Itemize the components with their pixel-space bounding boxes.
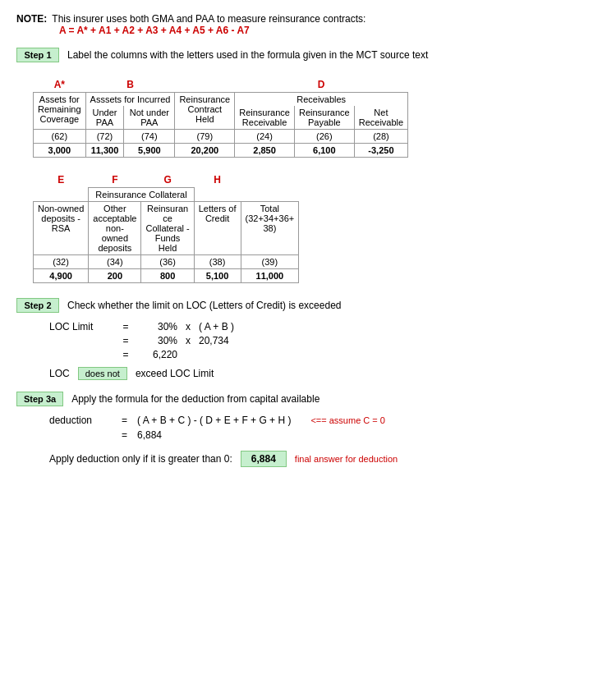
total-header: Total(32+34+36+38) bbox=[241, 202, 299, 255]
a-star-code: (62) bbox=[34, 130, 86, 144]
b1-code: (72) bbox=[85, 130, 124, 144]
d2-value: 6,100 bbox=[294, 144, 354, 158]
loc-row: LOC does not exceed LOC Limit bbox=[49, 367, 600, 380]
step3a-row: Step 3a Apply the formula for the deduct… bbox=[16, 392, 600, 406]
d1-value: 2,850 bbox=[235, 144, 295, 158]
e-code: (32) bbox=[34, 255, 89, 269]
col-h-letter: H bbox=[194, 172, 241, 188]
exceed-text: exceed LOC Limit bbox=[136, 368, 214, 379]
step3a-section: Step 3a Apply the formula for the deduct… bbox=[16, 392, 600, 467]
step1-row: Step 1 Label the columns with the letter… bbox=[16, 48, 600, 62]
does-not-badge: does not bbox=[78, 367, 127, 380]
loc-calc-row3: = 6,220 bbox=[49, 349, 600, 360]
c-value: 20,200 bbox=[175, 144, 235, 158]
group-header-row: Reinsurance Collateral bbox=[34, 188, 299, 202]
h-header: Letters ofCredit bbox=[194, 202, 241, 255]
reinsurance-contract-header: ReinsuranceContractHeld bbox=[175, 93, 235, 130]
f-code: (34) bbox=[89, 255, 141, 269]
col-total-letter bbox=[241, 172, 299, 188]
net-receivable-header: NetReceivable bbox=[354, 106, 407, 130]
reinsurance-payable-header: ReinsurancePayable bbox=[294, 106, 354, 130]
col-g-letter: G bbox=[141, 172, 194, 188]
step3a-text: Apply the formula for the deduction from… bbox=[71, 392, 319, 405]
col-d-letter: D bbox=[235, 77, 408, 93]
receivables-header-merged: Receivables bbox=[235, 93, 408, 107]
col-b-letter: B bbox=[85, 77, 175, 93]
g-value: 800 bbox=[141, 269, 194, 283]
c-code: (79) bbox=[175, 130, 235, 144]
assume-c-note: <== assume C = 0 bbox=[310, 415, 385, 425]
col-a-star-letter: A* bbox=[34, 77, 86, 93]
total-code: (39) bbox=[241, 255, 299, 269]
d3-value: -3,250 bbox=[354, 144, 407, 158]
step1-text: Label the columns with the letters used … bbox=[67, 48, 428, 61]
b2-value: 5,900 bbox=[124, 144, 175, 158]
f-value: 200 bbox=[89, 269, 141, 283]
b-header-merged: Asssets for Incurred bbox=[85, 93, 175, 107]
col-f-letter: F bbox=[89, 172, 141, 188]
code-row-1: (62) (72) (74) (79) (24) (26) (28) bbox=[34, 130, 408, 144]
total-group-empty bbox=[241, 188, 299, 202]
answer-box: 6,884 bbox=[241, 451, 287, 467]
step2-row: Step 2 Check whether the limit on LOC (L… bbox=[16, 298, 600, 313]
letter-row: A* B D bbox=[34, 77, 408, 93]
b1-value: 11,300 bbox=[85, 144, 124, 158]
total-value: 11,000 bbox=[241, 269, 299, 283]
not-under-paa-header: Not underPAA bbox=[124, 106, 175, 130]
note-section: NOTE: This insurer uses both GMA and PAA… bbox=[16, 13, 600, 36]
under-paa-header: UnderPAA bbox=[85, 106, 124, 130]
step2-section: Step 2 Check whether the limit on LOC (L… bbox=[16, 298, 600, 380]
reinsurance-receivable-header: ReinsuranceReceivable bbox=[235, 106, 295, 130]
note-text: This insurer uses both GMA and PAA to me… bbox=[52, 13, 365, 25]
step3a-badge: Step 3a bbox=[16, 392, 63, 406]
letter-row-2: E F G H bbox=[34, 172, 299, 188]
e-header: Non-owneddeposits -RSA bbox=[34, 202, 89, 255]
step3a-formula1: ( A + B + C ) - ( D + E + F + G + H ) bbox=[137, 415, 291, 426]
table1-wrapper: A* B D Assets forRemainingCoverage Assse… bbox=[33, 77, 600, 158]
b2-code: (74) bbox=[124, 130, 175, 144]
a-star-value: 3,000 bbox=[34, 144, 86, 158]
step2-text: Check whether the limit on LOC (Letters … bbox=[67, 298, 341, 311]
code-row-2: (32) (34) (36) (38) (39) bbox=[34, 255, 299, 269]
g-code: (36) bbox=[141, 255, 194, 269]
apply-text: Apply deduction only if it is greater th… bbox=[49, 453, 232, 465]
step3a-formula-row2: = 6,884 bbox=[49, 429, 600, 441]
loc-label: LOC bbox=[49, 368, 70, 379]
step3a-result: 6,884 bbox=[137, 429, 162, 441]
d2-code: (26) bbox=[294, 130, 354, 144]
subheader-top: Assets forRemainingCoverage Asssets for … bbox=[34, 93, 408, 107]
e-group-empty bbox=[34, 188, 89, 202]
h-value: 5,100 bbox=[194, 269, 241, 283]
note-label: NOTE: bbox=[16, 13, 47, 25]
value-row-1: 3,000 11,300 5,900 20,200 2,850 6,100 -3… bbox=[34, 144, 408, 158]
table1: A* B D Assets forRemainingCoverage Assse… bbox=[33, 77, 408, 158]
step3a-calc-section: deduction = ( A + B + C ) - ( D + E + F … bbox=[49, 415, 600, 467]
col-e-letter: E bbox=[34, 172, 89, 188]
g-header: ReinsuranceCollateral -FundsHeld bbox=[141, 202, 194, 255]
step2-badge: Step 2 bbox=[16, 298, 59, 313]
final-answer-label: final answer for deduction bbox=[295, 454, 398, 464]
loc-limit-label: LOC Limit bbox=[49, 321, 115, 332]
subheader-row-2: Non-owneddeposits -RSA Otheracceptableno… bbox=[34, 202, 299, 255]
table2: E F G H Reinsurance Collateral Non-owned… bbox=[33, 172, 299, 283]
h-group-empty bbox=[194, 188, 241, 202]
d3-code: (28) bbox=[354, 130, 407, 144]
loc-calc-row1: LOC Limit = 30% x ( A + B ) bbox=[49, 321, 600, 332]
reinsurance-collateral-header: Reinsurance Collateral bbox=[89, 188, 194, 202]
note-formula: A = A* + A1 + A2 + A3 + A4 + A5 + A6 - A… bbox=[59, 25, 250, 36]
apply-row: Apply deduction only if it is greater th… bbox=[49, 451, 600, 467]
f-header: Otheracceptablenon-owneddeposits bbox=[89, 202, 141, 255]
loc-calc-section: LOC Limit = 30% x ( A + B ) = 30% x 20,7… bbox=[49, 321, 600, 380]
col-blank-letter bbox=[175, 77, 235, 93]
h-code: (38) bbox=[194, 255, 241, 269]
step3a-formula-row1: deduction = ( A + B + C ) - ( D + E + F … bbox=[49, 415, 600, 426]
value-row-2: 4,900 200 800 5,100 11,000 bbox=[34, 269, 299, 283]
loc-calc-row2: = 30% x 20,734 bbox=[49, 335, 600, 346]
a-star-header: Assets forRemainingCoverage bbox=[34, 93, 86, 130]
e-value: 4,900 bbox=[34, 269, 89, 283]
step1-badge: Step 1 bbox=[16, 48, 59, 62]
table2-wrapper: E F G H Reinsurance Collateral Non-owned… bbox=[33, 172, 600, 283]
d1-code: (24) bbox=[235, 130, 295, 144]
deduction-label: deduction bbox=[49, 415, 115, 426]
